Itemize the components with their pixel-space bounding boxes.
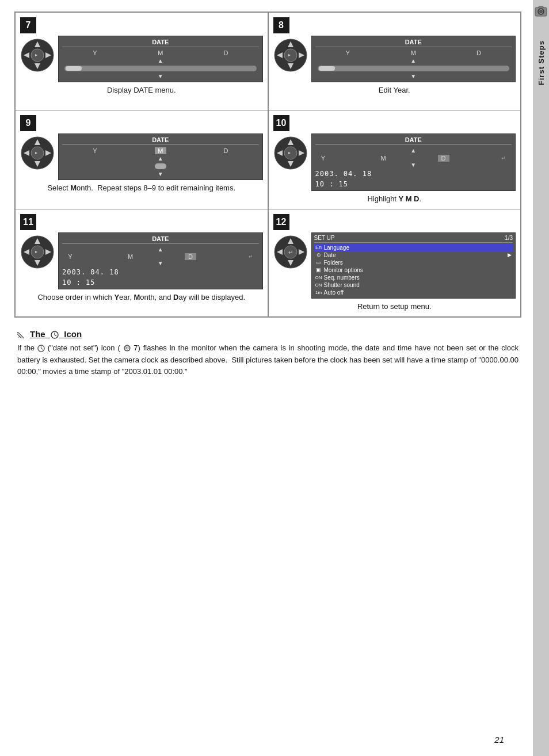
sidebar-tab: First Steps <box>533 0 549 756</box>
note-title: The Icon <box>30 329 82 339</box>
step-10-date-header: DATE <box>315 136 512 145</box>
steps-row-2: 9 DATE <box>16 110 520 209</box>
svg-line-41 <box>55 335 56 336</box>
step-8-y: Y <box>342 49 353 56</box>
step-9-number: 9 <box>20 115 36 131</box>
folders-label: Folders <box>324 259 512 266</box>
step-8-control-pad <box>273 38 308 72</box>
date-arrow: ▶ <box>508 252 512 258</box>
step-11-control-pad <box>20 235 55 269</box>
step-9-caption: Select Month. Repeat steps 8–9 to edit r… <box>20 184 263 193</box>
setup-title: SET UP <box>314 235 335 241</box>
inline-camera-icon <box>123 344 131 352</box>
step-7-control-pad <box>20 38 55 72</box>
camera-tab-icon <box>535 5 547 17</box>
monitor-label: Monitor options <box>324 267 512 273</box>
step-10-date-value: 2003. 04. 18 <box>315 170 512 178</box>
step-10-number: 10 <box>273 115 289 131</box>
step-10-m: M <box>378 155 389 162</box>
setup-item-seq: ON Seq. numbers <box>314 274 513 281</box>
svg-text:↵: ↵ <box>288 249 293 255</box>
step-7-date-header: DATE <box>62 39 259 47</box>
step-11-m: M <box>125 253 136 260</box>
setup-item-date: ⊙ Date ▶ <box>314 251 513 259</box>
seq-icon: ON <box>315 275 322 280</box>
step-11-d: D <box>185 253 196 260</box>
folders-icon: ▭ <box>315 259 322 265</box>
step-8-content: DATE Y M D ▲ <box>273 36 516 82</box>
autooff-label: Auto off <box>324 289 512 296</box>
step-11-number: 11 <box>20 214 36 230</box>
shutter-icon: ON <box>315 282 322 288</box>
step-9-d: D <box>220 147 232 154</box>
step-8-m: M <box>407 49 419 56</box>
step-7-m: M <box>155 49 166 56</box>
step-9-y: Y <box>89 147 101 154</box>
step-12-caption: Return to setup menu. <box>273 302 516 312</box>
steps-container: 7 <box>14 12 521 318</box>
seq-label: Seq. numbers <box>324 274 512 281</box>
step-11-ymd: Y M D ↵ <box>62 253 259 260</box>
setup-item-monitor: ▣ Monitor options <box>314 266 513 274</box>
step-9-content: DATE Y M D ▲ ▼ <box>20 133 263 180</box>
svg-marker-38 <box>18 337 20 338</box>
step-8-date-header: DATE <box>315 39 512 47</box>
main-content: 7 <box>0 0 533 756</box>
step-11-caption: Choose order in which Year, Month, and D… <box>20 293 263 303</box>
setup-item-autooff: 1m Auto off <box>314 289 513 296</box>
shutter-label: Shutter sound <box>324 282 512 288</box>
step-11-date-screen: DATE ▲ Y M D ↵ ▼ 2003. 04. <box>58 232 263 289</box>
step-10-d: D <box>438 155 449 162</box>
step-7-date-screen: DATE Y M D ▲ <box>58 36 263 82</box>
pencil-icon <box>17 329 26 338</box>
monitor-icon: ▣ <box>315 267 322 273</box>
step-10-cell: 10 DATE <box>268 110 521 209</box>
step-7-d: D <box>220 49 232 56</box>
step-10-ymd: Y M D ↵ <box>315 155 512 162</box>
step-11-date-value: 2003. 04. 18 <box>62 268 259 276</box>
step-10-enter: ↵ <box>498 155 509 161</box>
step-11-content: DATE ▲ Y M D ↵ ▼ 2003. 04. <box>20 232 263 289</box>
setup-item-folders: ▭ Folders <box>314 259 513 266</box>
step-9-date-screen: DATE Y M D ▲ ▼ <box>58 133 263 180</box>
step-7-cell: 7 <box>16 13 268 110</box>
step-12-setup-header: SET UP 1/3 <box>314 235 513 243</box>
step-11-time-value: 10 : 15 <box>62 278 259 287</box>
step-10-y: Y <box>318 155 329 162</box>
step-12-control-pad: ↵ <box>273 235 308 269</box>
step-8-date-screen: DATE Y M D ▲ <box>311 36 516 82</box>
note-clock-icon <box>51 331 59 339</box>
step-10-time-value: 10 : 15 <box>315 180 512 188</box>
step-8-caption: Edit Year. <box>273 86 516 96</box>
language-icon: En <box>315 245 322 250</box>
step-7-caption: Display DATE menu. <box>20 86 263 96</box>
step-9-ymd: Y M D <box>62 147 259 154</box>
step-11-y: Y <box>64 253 76 260</box>
note-section: The Icon If the ("date not set") icon ( <box>14 329 521 378</box>
step-8-number: 8 <box>273 17 289 33</box>
steps-row-1: 7 <box>16 13 520 110</box>
step-10-date-screen: DATE ▲ Y M D ↵ ▼ 2003. 04. <box>311 133 516 191</box>
setup-item-language: En Language <box>314 244 513 251</box>
sidebar-label: First Steps <box>537 40 546 85</box>
step-10-content: DATE ▲ Y M D ↵ ▼ 2003. 04. <box>273 133 516 191</box>
step-11-date-header: DATE <box>62 235 259 244</box>
step-12-number: 12 <box>273 214 289 230</box>
step-7-y: Y <box>89 49 101 56</box>
svg-rect-37 <box>17 332 24 338</box>
page-number: 21 <box>494 735 504 744</box>
svg-rect-51 <box>539 6 543 8</box>
step-8-cell: 8 DATE <box>268 13 521 110</box>
date-label: Date <box>324 252 506 258</box>
step-9-date-header: DATE <box>62 136 259 145</box>
steps-row-3: 11 DATE <box>16 209 520 316</box>
step-12-content: ↵ SET UP 1/3 En Language <box>273 232 516 299</box>
language-label: Language <box>324 245 512 251</box>
step-9-m: M <box>155 147 166 154</box>
step-9-control-pad <box>20 136 55 170</box>
step-12-setup-screen: SET UP 1/3 En Language ⊙ Date ▶ <box>311 232 516 299</box>
svg-point-50 <box>539 10 543 13</box>
step-11-enter: ↵ <box>245 254 257 259</box>
setup-page: 1/3 <box>505 235 513 241</box>
step-9-cell: 9 DATE <box>16 110 268 209</box>
